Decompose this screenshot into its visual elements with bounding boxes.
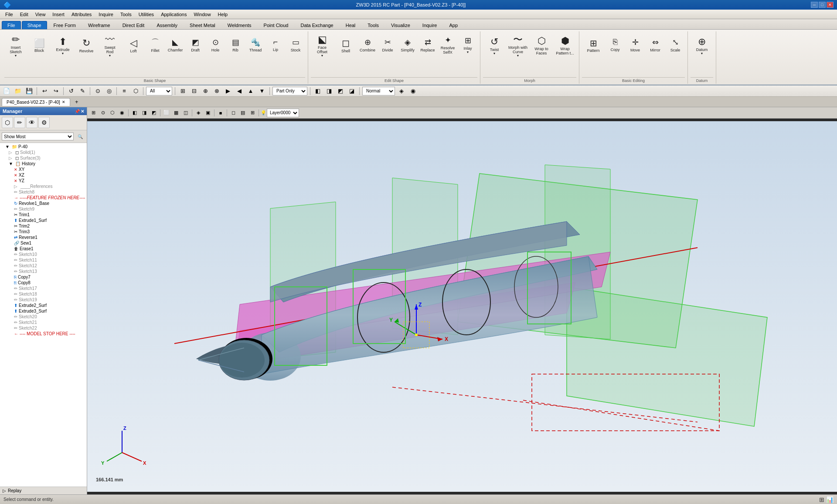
- tree-item-sketch13[interactable]: ✏ Sketch13: [0, 269, 87, 274]
- minimize-btn[interactable]: ─: [811, 2, 818, 8]
- tree-item-trim1[interactable]: ✂ Trim1: [0, 212, 87, 218]
- status-icon-2[interactable]: 📊: [826, 496, 834, 503]
- layer-select[interactable]: Layer0000: [267, 109, 299, 117]
- tb-icon-10[interactable]: ◨: [324, 86, 334, 96]
- refresh-button[interactable]: ↺: [66, 86, 76, 96]
- lip-button[interactable]: ⌐ Lip: [266, 33, 285, 56]
- tab-sheetmetal[interactable]: Sheet Metal: [184, 21, 221, 29]
- morph-with-curve-button[interactable]: 〜 Morph withCurve ▼: [507, 33, 529, 58]
- tb-icon-7[interactable]: ▲: [246, 86, 255, 96]
- vt-btn-14[interactable]: ◻: [229, 109, 238, 117]
- close-btn[interactable]: ✕: [827, 2, 834, 8]
- undo-button[interactable]: ↩: [40, 86, 49, 96]
- copy-button[interactable]: ⎘ Copy: [606, 33, 625, 56]
- resolve-selfx-button[interactable]: ✦ ResolveSelfX: [438, 33, 457, 56]
- twist-button[interactable]: ↺ Twist ▼: [483, 33, 506, 58]
- tree-item-sketch19[interactable]: ✏ Sketch19: [0, 297, 87, 303]
- revolve-button[interactable]: ↻ Revolve: [75, 33, 98, 58]
- tab-pointcloud[interactable]: Point Cloud: [258, 21, 294, 29]
- save-file-button[interactable]: 💾: [24, 86, 34, 96]
- menu-item-attributes[interactable]: Attributes: [68, 11, 95, 18]
- tree-item-yz[interactable]: ✕ YZ: [0, 178, 87, 184]
- insert-sketch-button[interactable]: ✏ InsertSketch ▼: [4, 33, 27, 58]
- manager-close-icon[interactable]: ✕: [81, 109, 84, 114]
- tab-inquire[interactable]: Inquire: [417, 21, 443, 29]
- qa-icon-5[interactable]: ◎: [104, 86, 114, 96]
- menu-item-edit[interactable]: Edit: [17, 11, 32, 18]
- menu-item-applications[interactable]: Applications: [157, 11, 190, 18]
- shell-button[interactable]: ◻ Shell: [334, 33, 357, 58]
- tb-icon-1[interactable]: ⊞: [178, 86, 187, 96]
- viewport[interactable]: ⊞ ⊙ ⬡ ◉ ◧ ◨ ◩ ⬜ ▦ ◫ ◈ ▣ ■ ◻ ▤ ⊞ 💡 Layer0…: [87, 107, 837, 494]
- sketch-tab-icon[interactable]: ✏: [14, 117, 25, 128]
- tree-item-p40[interactable]: ▼ 📁 P-40: [0, 144, 87, 150]
- tree-item-references[interactable]: ▷ ____References: [0, 184, 87, 189]
- vt-btn-11[interactable]: ◈: [194, 109, 203, 117]
- new-tab-button[interactable]: +: [72, 97, 82, 107]
- vt-btn-12[interactable]: ▣: [204, 109, 212, 117]
- hole-button[interactable]: ⊙ Hole: [206, 33, 225, 56]
- menu-item-inquire[interactable]: Inquire: [95, 11, 117, 18]
- move-button[interactable]: ✛ Move: [626, 33, 645, 56]
- vt-btn-6[interactable]: ◨: [140, 109, 149, 117]
- tree-item-erase1[interactable]: 🗑 Erase1: [0, 246, 87, 252]
- qa-icon-3[interactable]: ✎: [78, 86, 87, 96]
- vt-btn-3[interactable]: ⬡: [108, 109, 117, 117]
- tb-icon-3[interactable]: ⊕: [201, 86, 210, 96]
- tree-item-reverse1[interactable]: ⇄ Reverse1: [0, 235, 87, 240]
- tree-item-model-stop[interactable]: ← ---- MODEL STOP HERE ----: [0, 331, 87, 337]
- status-icon-1[interactable]: ⊞: [819, 496, 824, 503]
- swept-rod-button[interactable]: 〰 SweptRod ▼: [99, 33, 121, 58]
- loft-button[interactable]: ◁ Loft: [122, 33, 145, 58]
- stock-button[interactable]: ▭ Stock: [286, 33, 305, 56]
- pattern-button[interactable]: ⊞ Pattern: [582, 33, 605, 58]
- tb-icon-4[interactable]: ⊗: [212, 86, 221, 96]
- menu-item-view[interactable]: View: [32, 11, 49, 18]
- filter-select[interactable]: All: [146, 87, 172, 95]
- tab-tools[interactable]: Tools: [362, 21, 384, 29]
- tab-visualize[interactable]: Visualize: [385, 21, 416, 29]
- draft-button[interactable]: ◩ Draft: [186, 33, 205, 56]
- tab-freeform[interactable]: Free Form: [48, 21, 82, 29]
- tree-item-copy7[interactable]: ⎘ Copy7: [0, 274, 87, 280]
- wrap-to-faces-button[interactable]: ⬡ Wrap toFaces: [530, 33, 553, 58]
- chamfer-button[interactable]: ◣ Chamfer: [166, 33, 185, 56]
- new-file-button[interactable]: 📄: [2, 86, 11, 96]
- manager-pin-icon[interactable]: 📌: [75, 109, 80, 114]
- tree-item-sketch20[interactable]: ✏ Sketch20: [0, 314, 87, 320]
- scale-button[interactable]: ⤡ Scale: [666, 33, 685, 56]
- simplify-button[interactable]: ◈ Simplify: [398, 33, 417, 56]
- tree-item-frozen[interactable]: → -----FEATURE FROZEN HERE----: [0, 195, 87, 201]
- tab-assembly[interactable]: Assembly: [151, 21, 183, 29]
- menu-item-utilities[interactable]: Utilities: [135, 11, 157, 18]
- tab-shape[interactable]: Shape: [22, 21, 47, 29]
- tree-item-sketch21[interactable]: ✏ Sketch21: [0, 320, 87, 325]
- rib-button[interactable]: ▤ Rib: [226, 33, 245, 56]
- menu-item-window[interactable]: Window: [190, 11, 214, 18]
- tab-weldments[interactable]: Weldments: [222, 21, 257, 29]
- thread-button[interactable]: 🔩 Thread: [246, 33, 265, 56]
- vt-btn-2[interactable]: ⊙: [99, 109, 107, 117]
- tree-item-extrude3surf[interactable]: ⬆ Extrude3_Surf: [0, 308, 87, 314]
- menu-item-file[interactable]: File: [2, 11, 17, 18]
- vt-btn-13[interactable]: ■: [216, 109, 225, 117]
- doc-tab-p40[interactable]: P40_Based-V02.Z3 - [P-40] ✕: [2, 98, 70, 106]
- menu-item-help[interactable]: Help: [214, 11, 231, 18]
- datum-button[interactable]: ⊕ Datum ▼: [691, 33, 713, 58]
- tree-item-sketch8[interactable]: ✏ Sketch8: [0, 189, 87, 195]
- normal-mode-select[interactable]: Normal: [362, 87, 395, 95]
- fillet-button[interactable]: ⌒ Fillet: [146, 33, 165, 56]
- tree-item-sketch22[interactable]: ✏ Sketch22: [0, 325, 87, 331]
- tree-item-sketch18[interactable]: ✏ Sketch18: [0, 291, 87, 297]
- vt-btn-5[interactable]: ◧: [130, 109, 139, 117]
- inlay-button[interactable]: ⊞ Inlay ▼: [458, 33, 477, 56]
- replace-button[interactable]: ⇄ Replace: [418, 33, 437, 56]
- vt-btn-15[interactable]: ▤: [238, 109, 247, 117]
- tb-icon-13[interactable]: ◈: [397, 86, 406, 96]
- tb-icon-9[interactable]: ◧: [313, 86, 323, 96]
- maximize-btn[interactable]: □: [819, 2, 826, 8]
- config-tab-icon[interactable]: ⚙: [38, 117, 50, 128]
- qa-icon-7[interactable]: ⬡: [131, 86, 140, 96]
- tree-item-sketch9[interactable]: ✏ Sketch9: [0, 206, 87, 212]
- tree-item-sketch12[interactable]: ✏ Sketch12: [0, 263, 87, 269]
